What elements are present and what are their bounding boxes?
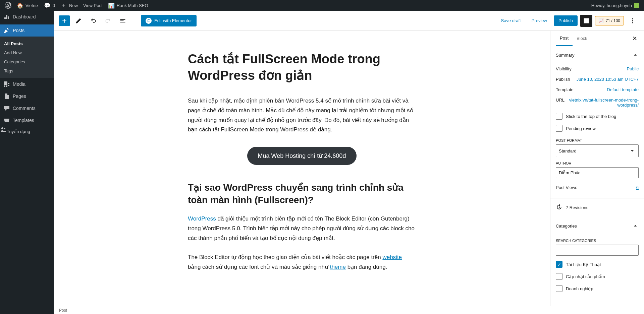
close-panel-button[interactable]: ✕ (631, 34, 639, 44)
rank-math-score[interactable]: 📈71 / 100 (595, 16, 624, 25)
admin-bar: 🏠Vietnix 💬0 +New View Post 📊Rank Math SE… (0, 0, 644, 11)
panel-tabs: Post Block ✕ (550, 31, 644, 46)
settings-toggle-button[interactable] (580, 15, 592, 27)
my-account[interactable]: Howdy, hoang.huynh (589, 0, 642, 11)
menu-dashboard[interactable]: Dashboard (0, 11, 54, 23)
edit-with-elementor-button[interactable]: EEdit with Elementor (141, 15, 197, 26)
summary-header[interactable]: Summary (550, 46, 644, 64)
editor-toolbar: EEdit with Elementor Save draft Preview … (54, 11, 644, 31)
home-icon: 🏠 (17, 2, 23, 9)
admin-sidebar: Dashboard Posts All Posts Add New Catego… (0, 11, 54, 76)
visibility-value[interactable]: Public (627, 66, 639, 71)
pin-icon (3, 27, 10, 34)
redo-button[interactable] (102, 15, 114, 27)
preview-button[interactable]: Preview (528, 15, 551, 26)
submenu-add-new[interactable]: Add New (0, 48, 54, 57)
settings-panel: Post Block ✕ Summary VisibilityPublic Pu… (550, 31, 644, 76)
view-post[interactable]: View Post (80, 0, 105, 11)
content-area[interactable]: Cách tắt FullScreen Mode trong WordPress… (54, 31, 550, 76)
add-block-button[interactable] (59, 15, 70, 26)
menu-posts[interactable]: Posts (0, 24, 54, 37)
publish-button[interactable]: Publish (554, 15, 578, 26)
new-content[interactable]: +New (58, 0, 80, 11)
editor-main: EEdit with Elementor Save draft Preview … (54, 11, 644, 76)
svg-point-8 (632, 22, 633, 23)
svg-point-7 (632, 20, 633, 21)
comments-link[interactable]: 💬0 (41, 0, 58, 11)
svg-point-6 (632, 18, 633, 19)
wordpress-icon (5, 2, 11, 9)
svg-rect-4 (584, 18, 588, 23)
rank-math-seo[interactable]: 📊Rank Math SEO (105, 0, 151, 11)
chevron-up-icon (632, 52, 639, 58)
chart-icon: 📊 (108, 2, 115, 9)
more-options-button[interactable] (627, 15, 639, 27)
posts-submenu: All Posts Add New Categories Tags (0, 37, 54, 76)
avatar-icon (634, 3, 639, 8)
dashboard-icon (3, 13, 10, 20)
comment-icon: 💬 (44, 2, 51, 9)
submenu-tags[interactable]: Tags (0, 66, 54, 75)
plus-icon: + (60, 2, 67, 9)
save-draft-button[interactable]: Save draft (497, 15, 525, 26)
tab-post[interactable]: Post (556, 31, 573, 46)
tools-button[interactable] (72, 15, 85, 27)
trend-icon: 📈 (599, 18, 604, 23)
post-title[interactable]: Cách tắt FullScreen Mode trong WordPress… (188, 51, 416, 76)
site-name[interactable]: 🏠Vietnix (14, 0, 41, 11)
wp-logo[interactable] (2, 0, 14, 11)
submenu-all-posts[interactable]: All Posts (0, 39, 54, 48)
document-overview-button[interactable] (117, 15, 129, 27)
elementor-icon: E (146, 18, 152, 24)
summary-section: Summary VisibilityPublic PublishJune 10,… (550, 46, 644, 76)
undo-button[interactable] (87, 15, 99, 27)
submenu-categories[interactable]: Categories (0, 57, 54, 66)
visibility-label: Visibility (556, 66, 572, 71)
tab-block[interactable]: Block (573, 31, 591, 46)
editor-body: Cách tắt FullScreen Mode trong WordPress… (54, 31, 644, 76)
